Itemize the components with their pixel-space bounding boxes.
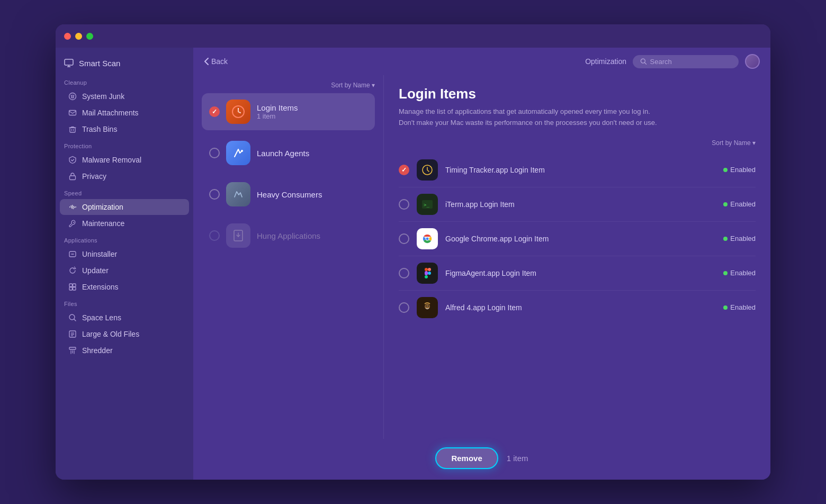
svg-rect-51 [425, 268, 428, 271]
radio-login-items[interactable] [209, 106, 220, 117]
minimize-button[interactable] [75, 33, 82, 40]
svg-rect-23 [73, 287, 76, 291]
svg-point-49 [426, 237, 429, 240]
svg-line-25 [74, 319, 76, 321]
sidebar-item-smart-scan[interactable]: Smart Scan [56, 54, 193, 74]
shredder-icon [68, 346, 77, 355]
sidebar-item-large-old-files[interactable]: Large & Old Files [60, 326, 189, 342]
svg-point-24 [69, 314, 75, 320]
svg-rect-7 [70, 128, 75, 132]
radio-launch-agents[interactable] [209, 148, 220, 158]
close-button[interactable] [64, 33, 71, 40]
sidebar-item-updater[interactable]: Updater [60, 263, 189, 278]
svg-point-55 [428, 272, 431, 275]
section-protection: Protection [56, 138, 193, 151]
updater-label: Updater [82, 266, 109, 275]
sidebar-item-maintenance[interactable]: Maintenance [60, 215, 189, 231]
app-window: Smart Scan Cleanup System Junk Mail Atta [56, 24, 770, 480]
section-applications: Applications [56, 232, 193, 246]
sidebar-item-trash-bins[interactable]: Trash Bins [60, 121, 189, 137]
chevron-left-icon [204, 57, 209, 66]
svg-rect-20 [69, 284, 73, 287]
svg-point-38 [241, 150, 243, 152]
sidebar-item-malware-removal[interactable]: Malware Removal [60, 152, 189, 168]
sidebar-item-extensions[interactable]: Extensions [60, 279, 189, 295]
sidebar-item-optimization[interactable]: Optimization [60, 199, 189, 215]
sidebar-item-system-junk[interactable]: System Junk [60, 88, 189, 104]
heavy-consumers-name: Heavy Consumers [257, 190, 367, 199]
svg-line-35 [644, 62, 646, 64]
svg-line-13 [71, 205, 72, 209]
radio-iterm[interactable] [399, 199, 409, 210]
sidebar-item-mail-attachments[interactable]: Mail Attachments [60, 105, 189, 121]
search-input[interactable] [650, 58, 732, 66]
remove-button[interactable]: Remove [435, 447, 498, 469]
svg-rect-52 [428, 268, 431, 271]
scan-item-login-items[interactable]: Login Items 1 item [202, 93, 375, 130]
maximize-button[interactable] [86, 33, 93, 40]
malware-removal-label: Malware Removal [82, 156, 141, 164]
alfred-dot [723, 305, 728, 310]
figma-icon [417, 263, 438, 284]
iterm-icon: >_ [417, 194, 438, 215]
radio-chrome[interactable] [399, 233, 409, 244]
hung-applications-info: Hung Applications [257, 231, 367, 240]
sidebar: Smart Scan Cleanup System Junk Mail Atta [56, 48, 193, 480]
svg-point-59 [428, 305, 429, 306]
heavy-consumers-info: Heavy Consumers [257, 190, 367, 199]
hung-applications-name: Hung Applications [257, 231, 367, 240]
section-files: Files [56, 295, 193, 309]
login-item-row: Google Chrome.app Login Item Enabled [399, 222, 756, 256]
radio-figma[interactable] [399, 268, 409, 278]
figma-status: Enabled [723, 269, 756, 277]
avatar[interactable] [745, 54, 760, 69]
extensions-label: Extensions [82, 283, 118, 291]
main-content-area: Smart Scan Cleanup System Junk Mail Atta [56, 48, 770, 480]
right-sort-bar[interactable]: Sort by Name ▾ [399, 139, 756, 147]
search-box[interactable] [633, 55, 739, 68]
login-item-row: >_ iTerm.app Login Item Enabled [399, 187, 756, 222]
sidebar-item-space-lens[interactable]: Space Lens [60, 310, 189, 326]
sidebar-item-shredder[interactable]: Shredder [60, 343, 189, 358]
iterm-name: iTerm.app Login Item [445, 200, 716, 209]
large-old-files-label: Large & Old Files [82, 330, 139, 338]
heavy-consumers-icon [226, 182, 250, 206]
back-label: Back [211, 57, 228, 66]
malware-icon [68, 156, 77, 164]
page-description: Manage the list of applications that get… [399, 106, 663, 129]
sidebar-item-uninstaller[interactable]: Uninstaller [60, 246, 189, 262]
privacy-label: Privacy [82, 172, 106, 181]
radio-timing[interactable] [399, 165, 409, 175]
extensions-icon [68, 283, 77, 291]
sidebar-item-privacy[interactable]: Privacy [60, 168, 189, 184]
scan-item-hung-applications[interactable]: Hung Applications [202, 217, 375, 254]
svg-rect-54 [425, 275, 428, 278]
left-sort-bar[interactable]: Sort by Name ▾ [202, 82, 375, 89]
login-items-count: 1 item [257, 112, 367, 120]
timing-status: Enabled [723, 166, 756, 174]
page-title: Login Items [399, 86, 756, 102]
svg-point-3 [69, 93, 76, 100]
scan-item-launch-agents[interactable]: Launch Agents [202, 134, 375, 172]
svg-rect-21 [73, 284, 76, 287]
maintenance-icon [68, 219, 77, 228]
launch-agents-info: Launch Agents [257, 149, 367, 158]
login-items-name: Login Items [257, 103, 367, 112]
back-button[interactable]: Back [204, 57, 228, 66]
figma-name: FigmaAgent.app Login Item [445, 269, 716, 277]
figma-dot [723, 271, 728, 275]
header-right: Optimization [585, 54, 760, 69]
chrome-name: Google Chrome.app Login Item [445, 235, 716, 243]
radio-heavy-consumers[interactable] [209, 189, 220, 200]
radio-hung-applications[interactable] [209, 230, 220, 241]
monitor-icon [64, 58, 74, 68]
scan-item-heavy-consumers[interactable]: Heavy Consumers [202, 176, 375, 213]
login-items-info: Login Items 1 item [257, 103, 367, 120]
main-header: Back Optimization [193, 48, 770, 75]
radio-alfred[interactable] [399, 302, 409, 313]
main-area: Back Optimization [193, 48, 770, 480]
privacy-icon [68, 172, 77, 181]
bottom-bar: Remove 1 item [193, 439, 770, 480]
timing-dot [723, 168, 728, 172]
alfred-name: Alfred 4.app Login Item [445, 303, 716, 312]
